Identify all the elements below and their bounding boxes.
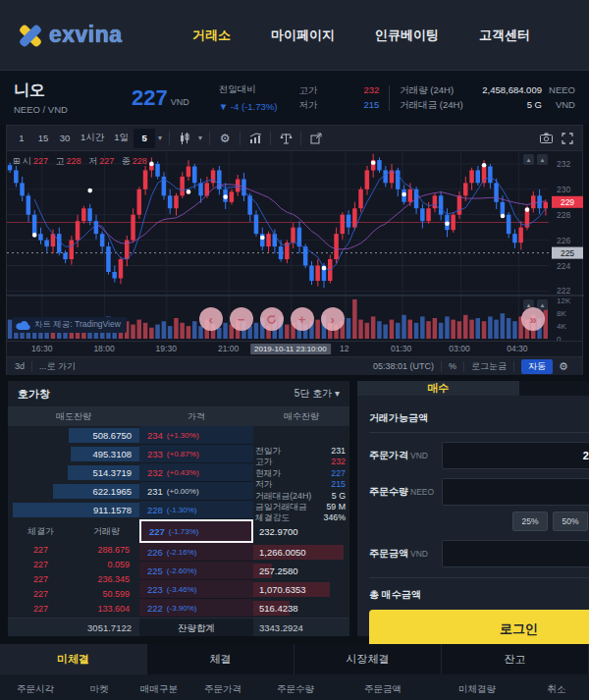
percent-50-button[interactable]: 50% <box>553 512 588 531</box>
amount-label: 거래대금 (24H) <box>400 99 482 112</box>
zoom-in-button[interactable]: + <box>291 307 314 331</box>
time-axis-label: 16:30 <box>31 344 52 353</box>
ask-price-cell[interactable]: 233(+0.87%) <box>139 445 253 463</box>
interval-30-button[interactable]: 30 <box>54 129 76 148</box>
chart-plot-area[interactable]: ⊞ 시227 고228 저227 종228 232230228226224222… <box>7 151 582 341</box>
goto-date-button[interactable]: ...로 가기 <box>39 360 76 373</box>
logo-x-icon <box>16 21 45 50</box>
bid-price-cell[interactable]: 222(-3.90%) <box>139 599 253 618</box>
ask-price-cell[interactable]: 231(+0.00%) <box>139 482 253 501</box>
recent-trades-list: 227288.675 2270.059 227236.345 22750.599… <box>8 543 139 617</box>
range-3d-button[interactable]: 3d <box>15 361 25 371</box>
nav-item-incubating[interactable]: 인큐베이팅 <box>375 27 439 44</box>
current-price-block: 227VND <box>132 85 219 111</box>
buy-tab[interactable]: 매수 <box>357 381 519 396</box>
order-amount-label: 주문금액VND <box>369 547 442 561</box>
crosshair-date-label: 2019-10-11 23:10:00 <box>250 344 331 354</box>
col-market: 마켓 <box>71 683 128 696</box>
auto-scale-button[interactable]: 자동 <box>521 359 553 374</box>
percent-scale-button[interactable]: % <box>449 361 456 371</box>
orders-tabs: 미체결 체결 시장체결 잔고 <box>0 644 589 674</box>
nav-item-mypage[interactable]: 마이페이지 <box>271 27 335 44</box>
candle-style-icon[interactable] <box>174 133 195 144</box>
sell-tab[interactable]: 매도 <box>519 381 589 396</box>
toolbar-separator <box>513 361 514 372</box>
tab-filled-orders[interactable]: 체결 <box>147 644 294 674</box>
current-price-cell[interactable]: 227(-1.73%) <box>139 519 253 543</box>
trade-qty-header: 거래량 <box>74 525 139 538</box>
tab-market-trades[interactable]: 시장체결 <box>294 644 442 674</box>
svg-text:230: 230 <box>557 185 570 194</box>
amount-unit: VND <box>542 99 575 110</box>
scroll-right-button[interactable]: › <box>321 307 345 331</box>
chart-time-axis[interactable]: 16:3018:0019:3021:002019-10-11 23:10:001… <box>7 341 582 356</box>
compare-scales-icon[interactable] <box>275 133 296 144</box>
fullscreen-icon[interactable] <box>557 133 578 144</box>
bid-qty-cell: 257.2580 <box>253 562 349 580</box>
ask-qty-cell: 911.1578 <box>8 501 139 519</box>
time-axis-label: 12 <box>340 344 348 353</box>
orderbook-depth-select[interactable]: 5단 호가 ▾ <box>294 387 340 401</box>
bid-price-cell[interactable]: 223(-3.46%) <box>139 580 253 599</box>
bid-total: 3343.2924 <box>253 622 349 633</box>
indicators-icon[interactable] <box>244 133 266 144</box>
utc-clock[interactable]: 05:38:01 (UTC) <box>373 361 434 371</box>
tab-open-orders[interactable]: 미체결 <box>0 644 147 674</box>
time-axis-label: 04:30 <box>507 344 527 353</box>
ask-row: 508.6750 234(+1.30%) <box>8 426 349 445</box>
svg-text:224: 224 <box>557 261 570 271</box>
interval-15-button[interactable]: 15 <box>32 129 54 148</box>
scroll-to-latest-button[interactable]: » <box>521 307 545 331</box>
ask-qty-header: 매도잔량 <box>8 406 139 426</box>
zoom-out-button[interactable]: − <box>230 307 253 331</box>
ask-price-cell[interactable]: 234(+1.30%) <box>139 426 253 445</box>
totals-label: 잔량합계 <box>139 619 253 636</box>
price-currency: VND <box>171 97 189 107</box>
exvina-logo[interactable]: exvina <box>16 21 163 50</box>
order-qty-input[interactable] <box>442 478 589 506</box>
axis-settings-gear-icon[interactable]: ⚙ <box>553 360 574 373</box>
tradingview-cloud-icon <box>16 320 30 331</box>
toolbar-separator <box>209 132 210 145</box>
login-button[interactable]: 로그인 <box>369 610 589 649</box>
snapshot-camera-icon[interactable] <box>535 133 557 143</box>
tab-balance[interactable]: 잔고 <box>442 644 589 674</box>
share-chart-icon[interactable] <box>305 133 327 144</box>
interval-1d-button[interactable]: 1일 <box>109 129 134 148</box>
legend-low-value: 227 <box>99 156 114 166</box>
orderbook-column-headers: 매도잔량 가격 매수잔량 <box>8 406 349 426</box>
toolbar-separator <box>270 132 271 145</box>
trade-row: 2270.059 <box>8 558 139 572</box>
low-value: 215 <box>363 99 379 112</box>
interval-1h-button[interactable]: 1시간 <box>76 129 109 148</box>
tradingview-watermark[interactable]: 차트 제공: TradingView <box>13 317 127 333</box>
scroll-left-button[interactable]: ‹ <box>199 307 223 331</box>
interval-dropdown-caret[interactable]: ▾ <box>155 134 165 142</box>
candle-style-caret[interactable]: ▾ <box>195 134 205 142</box>
ticker-bar: 니오 NEEO / VND 227VND 전일대비 ▼ -4 (-1.73%) … <box>0 71 589 125</box>
interval-5-button-selected[interactable]: 5 <box>134 129 155 148</box>
ohlc-legend: ⊞ 시227 고228 저227 종228 <box>13 155 152 168</box>
bid-price-cell[interactable]: 225(-2.60%) <box>139 562 253 580</box>
nav-menu: 거래소 마이페이지 인큐베이팅 고객센터 <box>163 27 589 44</box>
col-cancel: 취소 <box>524 683 589 696</box>
order-price-input[interactable] <box>442 442 589 469</box>
log-scale-button[interactable]: 로그눈금 <box>471 360 507 373</box>
bid-price-cell[interactable]: 226(-2.16%) <box>139 543 253 562</box>
order-price-row: 주문가격VND − + <box>369 442 589 469</box>
low-label: 저가 <box>299 99 318 112</box>
nav-item-support[interactable]: 고객센터 <box>479 27 530 44</box>
chart-settings-gear-icon[interactable]: ⚙ <box>214 132 236 145</box>
order-amount-input[interactable] <box>442 540 589 567</box>
interval-1-button[interactable]: 1 <box>11 129 32 148</box>
percent-25-button[interactable]: 25% <box>512 512 548 531</box>
ask-total: 3051.7122 <box>8 622 139 633</box>
toolbar-separator <box>300 132 301 145</box>
coin-name: 니오 <box>14 81 132 101</box>
ask-price-cell[interactable]: 228(-1.30%) <box>139 501 253 519</box>
tradingview-label: 차트 제공: TradingView <box>34 319 121 331</box>
ask-price-cell[interactable]: 232(+0.43%) <box>139 463 253 482</box>
top-navigation: exvina 거래소 마이페이지 인큐베이팅 고객센터 <box>0 0 589 71</box>
nav-item-exchange[interactable]: 거래소 <box>192 27 231 44</box>
reset-view-button[interactable] <box>260 307 284 331</box>
